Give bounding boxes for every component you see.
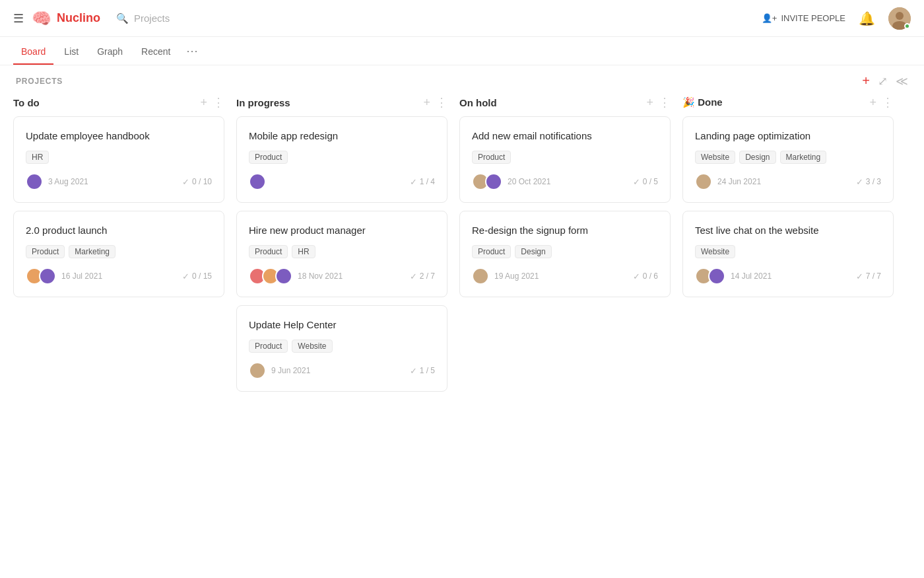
column-more-done[interactable]: ⋮ [882, 96, 894, 108]
column-todo: To do+⋮Update employee handbookHR3 Aug 2… [13, 96, 224, 400]
svg-point-1 [896, 12, 904, 20]
tabs-more-button[interactable]: ⋯ [181, 37, 203, 65]
card-tags: Product [249, 151, 435, 164]
add-card-onhold[interactable]: + [646, 96, 653, 108]
search-placeholder: Projects [134, 13, 170, 24]
tag: Product [472, 245, 511, 258]
avatar [249, 268, 292, 285]
avatar [472, 268, 489, 285]
table-row[interactable]: Test live chat on the websiteWebsite14 J… [682, 211, 894, 297]
card-date: 3 Aug 2021 [48, 177, 88, 186]
notifications-bell[interactable]: 🔔 [859, 11, 875, 26]
card-meta [249, 173, 266, 190]
checklist-count: 1 / 5 [420, 366, 435, 375]
tag: Website [695, 245, 735, 258]
card-meta: 24 Jun 2021 [695, 173, 761, 190]
avatar [26, 173, 43, 190]
view-tabs: Board List Graph Recent ⋯ [0, 37, 924, 65]
column-title-done: 🎉 Done [682, 96, 869, 108]
logo[interactable]: 🧠 Nuclino [32, 9, 100, 28]
collapse-button[interactable]: ≪ [896, 74, 908, 89]
tag: Website [292, 340, 332, 353]
tag: Marketing [69, 245, 116, 258]
card-title: Update employee handbook [26, 129, 212, 143]
tag: Product [249, 245, 288, 258]
avatar [275, 268, 292, 285]
card-checklist: ✓1 / 4 [410, 177, 435, 187]
tab-board[interactable]: Board [13, 38, 53, 65]
checklist-count: 1 / 4 [420, 177, 435, 186]
card-checklist: ✓1 / 5 [410, 366, 435, 376]
column-more-todo[interactable]: ⋮ [213, 96, 224, 108]
avatar [695, 173, 712, 190]
card-checklist: ✓0 / 5 [633, 177, 658, 187]
toolbar-actions: + ⤢ ≪ [862, 73, 908, 89]
board-toolbar: PROJECTS + ⤢ ≪ [0, 65, 924, 96]
card-footer: 16 Jul 2021✓0 / 15 [26, 268, 212, 285]
hamburger-menu[interactable]: ☰ [13, 11, 24, 26]
table-row[interactable]: Mobile app redesignProduct✓1 / 4 [236, 116, 447, 203]
column-title-onhold: On hold [459, 97, 646, 108]
column-more-onhold[interactable]: ⋮ [659, 96, 671, 108]
column-title-todo: To do [13, 97, 200, 108]
card-checklist: ✓0 / 6 [633, 271, 658, 281]
card-meta: 18 Nov 2021 [249, 268, 343, 285]
avatar [249, 173, 266, 190]
card-meta: 3 Aug 2021 [26, 173, 88, 190]
expand-button[interactable]: ⤢ [878, 74, 888, 89]
search-area[interactable]: 🔍 Projects [116, 13, 170, 24]
table-row[interactable]: Update Help CenterProductWebsite9 Jun 20… [236, 305, 447, 392]
card-date: 9 Jun 2021 [271, 366, 310, 375]
user-avatar-wrap[interactable] [888, 7, 911, 30]
tag: Product [26, 245, 65, 258]
tag: Product [249, 340, 288, 353]
avatar [708, 268, 725, 285]
card-tags: Product [472, 151, 658, 164]
tab-recent[interactable]: Recent [133, 38, 178, 65]
column-more-inprogress[interactable]: ⋮ [436, 96, 447, 108]
table-row[interactable]: Landing page optimizationWebsiteDesignMa… [682, 116, 894, 203]
card-footer: 9 Jun 2021✓1 / 5 [249, 362, 435, 379]
table-row[interactable]: Update employee handbookHR3 Aug 2021✓0 /… [13, 116, 224, 203]
add-card-done[interactable]: + [869, 96, 876, 108]
checklist-count: 7 / 7 [866, 271, 881, 281]
column-title-inprogress: In progress [236, 97, 423, 108]
card-meta: 14 Jul 2021 [695, 268, 772, 285]
card-tags: WebsiteDesignMarketing [695, 151, 881, 164]
card-meta: 20 Oct 2021 [472, 173, 550, 190]
card-title: Test live chat on the website [695, 223, 881, 237]
checklist-icon: ✓ [182, 177, 189, 187]
card-checklist: ✓0 / 10 [182, 177, 212, 187]
add-column-button[interactable]: + [862, 73, 870, 89]
tag: Product [249, 151, 288, 164]
card-title: Update Help Center [249, 318, 435, 332]
card-title: Mobile app redesign [249, 129, 435, 143]
column-header-done: 🎉 Done+⋮ [682, 96, 894, 108]
tag: HR [292, 245, 315, 258]
tag: Product [472, 151, 511, 164]
table-row[interactable]: Hire new product managerProductHR18 Nov … [236, 211, 447, 297]
card-date: 24 Jun 2021 [717, 177, 761, 186]
table-row[interactable]: 2.0 product launchProductMarketing16 Jul… [13, 211, 224, 297]
tab-list[interactable]: List [56, 38, 86, 65]
card-footer: 3 Aug 2021✓0 / 10 [26, 173, 212, 190]
avatar [695, 173, 712, 190]
checklist-icon: ✓ [410, 366, 417, 376]
checklist-count: 2 / 7 [420, 271, 435, 281]
table-row[interactable]: Add new email notificationsProduct20 Oct… [459, 116, 671, 203]
add-card-todo[interactable]: + [200, 96, 207, 108]
add-card-inprogress[interactable]: + [423, 96, 430, 108]
checklist-count: 0 / 6 [643, 271, 658, 281]
header: ☰ 🧠 Nuclino 🔍 Projects 👤+ INVITE PEOPLE … [0, 0, 924, 37]
invite-people-button[interactable]: 👤+ INVITE PEOPLE [762, 13, 845, 23]
kanban-board: To do+⋮Update employee handbookHR3 Aug 2… [0, 96, 924, 413]
tag: HR [26, 151, 49, 164]
card-footer: 19 Aug 2021✓0 / 6 [472, 268, 658, 285]
avatar [249, 173, 266, 190]
logo-icon: 🧠 [32, 9, 51, 28]
online-indicator [904, 23, 910, 29]
card-checklist: ✓7 / 7 [856, 271, 881, 281]
search-icon: 🔍 [116, 13, 129, 24]
tab-graph[interactable]: Graph [89, 38, 131, 65]
table-row[interactable]: Re-design the signup formProductDesign19… [459, 211, 671, 297]
